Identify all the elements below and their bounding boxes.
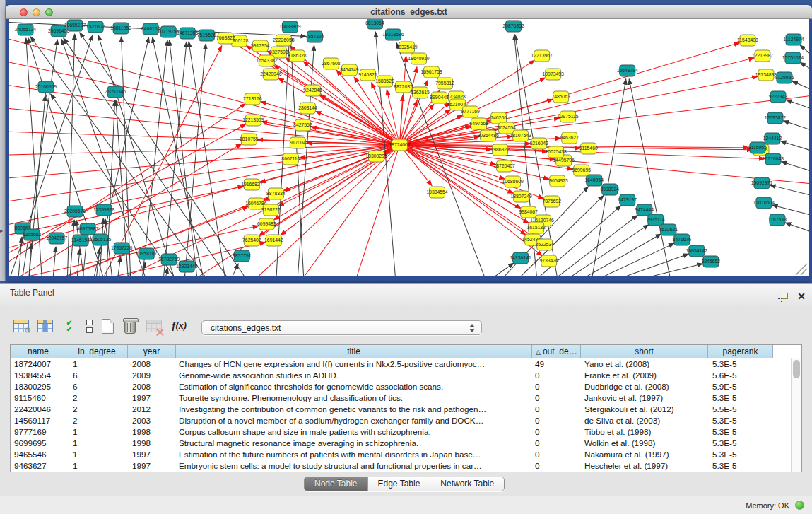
graph-node[interactable]: 2522534 [535,239,554,250]
graph-node[interactable]: 14136141 [510,252,531,264]
graph-node[interactable]: 9245652 [702,256,721,267]
table-row[interactable]: 946554611997Estimation of the future num… [11,449,791,460]
column-header-name[interactable]: name [11,345,66,358]
graph-node[interactable]: 16210643 [763,153,784,165]
delete-column-button[interactable] [120,316,140,336]
tab-network-table[interactable]: Network Table [430,477,504,491]
create-column-button[interactable] [98,316,117,336]
graph-node[interactable]: 20876852 [502,21,524,32]
panel-collapse-arrow-icon[interactable]: ▸ [0,228,3,234]
graph-node[interactable]: 12213509 [242,115,264,126]
graph-node[interactable]: 8471676 [673,234,692,245]
graph-node[interactable]: 22226058 [273,35,294,46]
graph-node[interactable]: 9463627 [560,132,579,144]
column-header-out-degree[interactable]: △out_de… [532,345,581,358]
graph-node[interactable]: 7857224 [305,31,324,42]
column-header-title[interactable]: title [176,345,532,358]
table-row[interactable]: 1830029562008Estimation of significance … [11,381,791,392]
graph-node[interactable]: 20206576 [64,206,86,217]
show-columns-button[interactable] [35,316,55,336]
graph-node[interactable]: 10973493 [543,69,564,80]
select-columns-button[interactable]: ✔✔ [59,316,79,336]
graph-node[interactable]: 24055724 [15,24,36,35]
graph-node[interactable]: 7632621 [659,224,678,235]
graph-node[interactable]: 19654923 [547,175,568,187]
tab-node-table[interactable]: Node Table [305,477,368,491]
graph-node[interactable]: 1145194 [71,235,90,246]
graph-node[interactable]: 1244412 [763,133,782,144]
graph-node[interactable]: 19384554 [426,187,447,198]
graph-node[interactable]: 19166827 [241,179,262,190]
graph-node[interactable]: 1167533 [768,214,787,226]
column-header-short[interactable]: short [581,345,708,358]
graph-node[interactable]: 18640910 [408,53,429,64]
graph-node[interactable]: 8667110 [281,153,300,165]
table-select-combobox[interactable]: citations_edges.txt [201,320,482,335]
table-row[interactable]: 1456911722003Disruption of a novel membe… [11,415,791,426]
graph-node[interactable]: 9699695 [572,165,591,176]
table-row[interactable]: 1872400712008Changes of HCN gene express… [11,358,791,370]
graph-node[interactable]: 10719155 [158,26,179,37]
graph-node[interactable]: 16648794 [617,65,638,76]
graph-node[interactable]: 9733426 [539,255,558,267]
graph-node[interactable]: 7955812 [435,78,454,89]
graph-node[interactable]: 1640954 [584,175,604,186]
graph-node[interactable]: 20364486 [477,130,498,141]
graph-node[interactable]: 8186328 [288,50,307,62]
graph-node[interactable]: 6479197 [618,194,637,206]
graph-node[interactable]: 9242848 [303,85,322,96]
graph-node[interactable]: 10655287 [64,20,86,31]
graph-node[interactable]: 1315682 [23,229,42,240]
graph-node[interactable]: 1527602 [86,21,105,33]
graph-node[interactable]: 9777169 [461,106,480,117]
graph-node[interactable]: 1588520 [375,76,394,87]
graph-node[interactable]: 917004 [290,137,306,148]
table-row[interactable]: 911546021997Tourette syndrome. Phenomeno… [11,392,791,404]
graph-node[interactable]: 8454749 [340,64,359,76]
graph-node[interactable]: 7485063 [551,91,570,103]
graph-node[interactable]: 12213967 [531,50,553,62]
graph-node[interactable]: 9227343 [769,91,788,103]
graph-node[interactable]: 7875692 [542,196,561,207]
graph-node[interactable]: 12213987 [752,50,773,62]
table-row[interactable]: 977716911998Corpus callosum shape and si… [11,426,791,438]
graph-node[interactable]: 2718176 [243,93,262,105]
graph-node[interactable]: 8938924 [601,184,620,195]
graph-node[interactable]: 19734893 [755,69,777,81]
graph-node[interactable]: 9857791 [233,250,252,262]
scrollbar-thumb[interactable] [793,360,800,378]
float-panel-icon[interactable] [777,293,788,303]
graph-node[interactable]: 10688609 [502,176,523,187]
column-header-year[interactable]: year [128,345,176,358]
graph-node[interactable]: 1691442 [264,235,283,246]
graph-node[interactable]: 15692971 [751,177,772,189]
graph-node[interactable]: 16543382 [256,55,277,66]
graph-node[interactable]: 18107543 [510,130,531,141]
graph-node[interactable]: 1810755 [240,134,259,145]
graph-node[interactable]: 7663822 [216,33,235,44]
graph-node[interactable]: 12975115 [558,111,579,122]
window-resize-grip[interactable] [796,264,807,275]
table-row[interactable]: 2242004622012Investigating the contribut… [11,404,791,415]
close-panel-icon[interactable]: ✕ [797,291,806,301]
graph-node[interactable]: 17359928 [93,204,114,216]
table-row[interactable]: 1938455462009Genome-wide association stu… [11,370,791,381]
graph-node[interactable]: 12042757 [46,233,67,244]
graph-node[interactable]: 8813054 [365,19,384,29]
graph-node[interactable]: 17957226 [111,243,132,254]
function-builder-button[interactable]: f(x) [170,316,189,336]
tab-edge-table[interactable]: Edge Table [368,477,431,491]
graph-node[interactable]: 2935114 [647,214,665,226]
graph-node[interactable]: 5912954 [251,40,270,52]
graph-node[interactable]: 16033809 [279,21,300,33]
graph-node[interactable]: 8427552 [293,119,312,131]
graph-node[interactable]: 2867608 [322,58,341,69]
graph-node[interactable]: 19218596 [382,29,404,40]
graph-node[interactable]: 12505135 [90,234,111,245]
graph-node[interactable]: 10975887 [77,223,98,235]
column-header-pagerank[interactable]: pagerank [708,345,773,358]
graph-node[interactable]: 22420046 [260,69,281,80]
graph-node[interactable]: 1362615 [411,87,430,98]
graph-node[interactable]: 12093872 [765,112,786,124]
graph-node[interactable]: 11124974 [783,34,804,45]
